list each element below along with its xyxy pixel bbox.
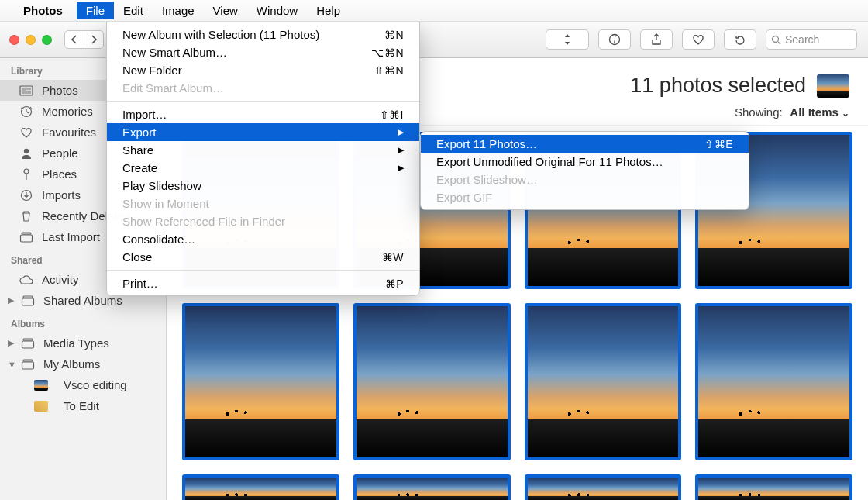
menu-item-label: Print…	[122, 277, 158, 290]
search-placeholder: Search	[785, 33, 819, 46]
showing-value: All Items	[790, 105, 839, 119]
info-button[interactable]: i	[598, 29, 631, 50]
close-window-icon[interactable]	[9, 35, 19, 45]
sidebar-item-media-types[interactable]: ▶Media Types	[0, 333, 166, 353]
file-menu: New Album with Selection (11 Photos)⌘NNe…	[106, 22, 420, 296]
menubar-window[interactable]: Window	[247, 2, 307, 19]
back-button[interactable]	[64, 30, 84, 49]
share-button[interactable]	[640, 29, 673, 50]
forward-button[interactable]	[84, 30, 104, 49]
file-menu-item-print[interactable]: Print…⌘P	[107, 274, 419, 292]
file-menu-item-show-in-moment: Show in Moment	[107, 195, 419, 212]
zoom-stepper[interactable]	[546, 29, 589, 50]
file-menu-item-new-album-with-selection-11-photos[interactable]: New Album with Selection (11 Photos)⌘N	[107, 26, 419, 43]
sidebar-section-header: Albums	[0, 311, 166, 333]
file-menu-item-new-folder[interactable]: New Folder⇧⌘N	[107, 61, 419, 79]
export-menu-item-export-11-photos[interactable]: Export 11 Photos…⇧⌘E	[421, 135, 749, 153]
svg-text:i: i	[614, 36, 616, 44]
export-submenu: Export 11 Photos…⇧⌘EExport Unmodified Or…	[420, 131, 749, 210]
sidebar-album-to-edit[interactable]: To Edit	[0, 395, 166, 416]
file-menu-item-new-smart-album[interactable]: New Smart Album…⌥⌘N	[107, 43, 419, 61]
photo-thumbnail[interactable]	[695, 303, 852, 460]
menu-item-label: Export	[122, 126, 156, 139]
menubar-edit[interactable]: Edit	[114, 2, 153, 19]
search-icon	[771, 35, 781, 45]
download-icon	[19, 189, 34, 202]
selection-count-label: 11 photos selected	[630, 74, 806, 98]
file-menu-item-consolidate[interactable]: Consolidate…	[107, 230, 419, 248]
sidebar-item-label: My Albums	[43, 357, 100, 371]
sidebar-item-label: Memories	[42, 105, 93, 118]
window-controls[interactable]	[9, 35, 52, 45]
cloud-icon	[19, 275, 34, 284]
svg-rect-18	[22, 362, 34, 369]
svg-point-8	[24, 148, 29, 153]
menu-item-label: New Folder	[122, 64, 182, 77]
svg-rect-12	[21, 235, 33, 242]
menu-shortcut: ⇧⌘N	[374, 64, 404, 77]
menubar-file[interactable]: File	[77, 2, 114, 19]
photo-thumbnail[interactable]	[525, 303, 682, 460]
menu-item-label: Export 11 Photos…	[436, 137, 537, 150]
search-input[interactable]: Search	[766, 29, 857, 50]
favourite-button[interactable]	[682, 29, 715, 50]
menu-shortcut: ⌘P	[385, 278, 404, 290]
sidebar-item-label: Last Import	[42, 230, 100, 243]
menubar-image[interactable]: Image	[153, 2, 204, 19]
file-menu-item-play-slideshow[interactable]: Play Slideshow	[107, 177, 419, 195]
sidebar-item-label: Activity	[42, 273, 79, 286]
fullscreen-window-icon[interactable]	[42, 35, 52, 45]
menu-item-label: Import…	[122, 108, 167, 121]
minimize-window-icon[interactable]	[26, 35, 36, 45]
svg-rect-6	[22, 91, 31, 94]
photo-thumbnail[interactable]	[353, 303, 511, 460]
submenu-arrow-icon: ▶	[398, 163, 404, 173]
svg-rect-14	[22, 298, 34, 305]
menu-item-label: New Album with Selection (11 Photos)	[122, 28, 319, 41]
sidebar-item-label: Media Types	[43, 336, 109, 350]
svg-rect-13	[23, 296, 33, 298]
menubar-help[interactable]: Help	[307, 2, 350, 19]
photo-thumbnail[interactable]	[182, 303, 339, 460]
menu-item-label: Consolidate…	[122, 233, 195, 246]
photo-thumbnail[interactable]	[353, 474, 511, 501]
sidebar-item-label: Imports	[42, 188, 81, 202]
svg-rect-5	[26, 88, 31, 90]
trash-icon	[19, 210, 34, 222]
pin-icon	[19, 168, 34, 181]
album-thumbnail	[34, 380, 48, 391]
photo-thumbnail[interactable]	[695, 474, 852, 501]
menu-item-label: Share	[122, 143, 153, 157]
sidebar-item-label: People	[42, 147, 78, 160]
nav-back-forward	[64, 30, 104, 49]
menu-shortcut: ⇧⌘I	[380, 109, 404, 121]
menu-item-label: Export Slideshow…	[436, 173, 538, 186]
export-menu-item-export-unmodified-original-for-11-photos[interactable]: Export Unmodified Original For 11 Photos…	[421, 153, 749, 171]
file-menu-item-import[interactable]: Import…⇧⌘I	[107, 105, 419, 123]
photo-thumbnail[interactable]	[525, 474, 682, 501]
menubar-view[interactable]: View	[204, 2, 247, 19]
export-menu-item-export-gif: Export GIF	[421, 188, 749, 206]
svg-rect-11	[22, 233, 31, 234]
menu-item-label: Edit Smart Album…	[122, 81, 224, 95]
file-menu-item-close[interactable]: Close⌘W	[107, 248, 419, 266]
rotate-button[interactable]	[724, 29, 756, 50]
sidebar-album-vsco-editing[interactable]: Vsco editing	[0, 374, 166, 395]
heart-icon	[19, 127, 34, 138]
person-icon	[19, 147, 34, 160]
stack-icon	[20, 338, 36, 349]
file-menu-item-export[interactable]: Export▶	[107, 123, 419, 141]
file-menu-item-edit-smart-album: Edit Smart Album…	[107, 79, 419, 97]
svg-point-9	[24, 169, 29, 174]
app-name[interactable]: Photos	[23, 4, 63, 17]
selection-thumbnail	[817, 74, 849, 98]
photo-thumbnail[interactable]	[182, 474, 339, 501]
sidebar-item-my-albums[interactable]: ▼My Albums	[0, 353, 166, 374]
menu-item-label: Show in Moment	[122, 197, 209, 210]
file-menu-item-create[interactable]: Create▶	[107, 159, 419, 177]
menu-item-label: Create	[122, 161, 157, 174]
menu-shortcut: ⇧⌘E	[704, 138, 733, 150]
file-menu-item-share[interactable]: Share▶	[107, 141, 419, 159]
svg-point-2	[773, 36, 779, 42]
submenu-arrow-icon: ▶	[398, 145, 404, 155]
